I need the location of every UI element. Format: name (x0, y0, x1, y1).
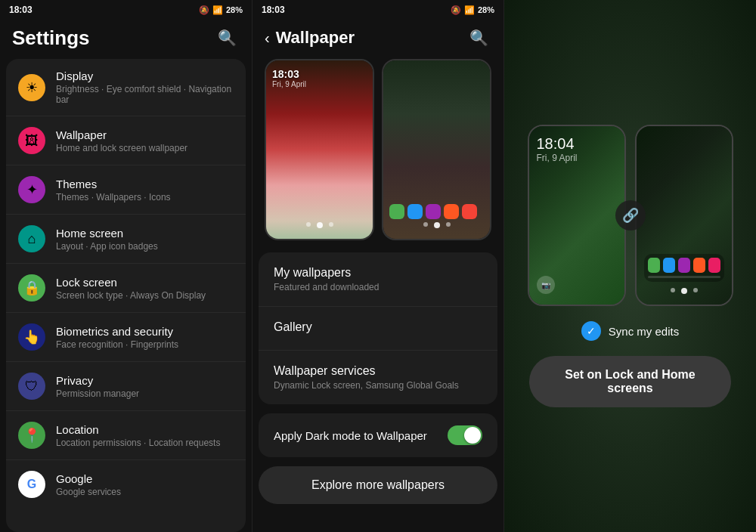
lock-screen-preview[interactable]: 18:03 Fri, 9 April (265, 59, 374, 240)
privacy-icon: 🛡 (18, 373, 45, 400)
dark-mode-toggle[interactable] (448, 425, 482, 445)
settings-header: Settings 🔍 (0, 20, 252, 59)
mute-icon-2: 🔕 (451, 5, 461, 15)
wallpaper-services-option[interactable]: Wallpaper services Dynamic Lock screen, … (259, 351, 497, 404)
wallpaper-label: Wallpaper (56, 128, 234, 141)
large-preview-time-container: 18:04 Fri, 9 April (537, 135, 617, 163)
leaves-bg-lock: 18:04 Fri, 9 April 📷 (529, 126, 624, 305)
wifi-icon: 📶 (212, 5, 223, 15)
settings-panel: 18:03 🔕 📶 28% Settings 🔍 ☀ Display Brigh… (0, 0, 252, 532)
display-text: Display Brightness · Eye comfort shield … (56, 70, 234, 105)
status-time-2: 18:03 (262, 5, 285, 15)
settings-search-button[interactable]: 🔍 (215, 26, 240, 50)
wallpaper-sub: Home and lock screen wallpaper (56, 143, 234, 153)
settings-item-biometrics[interactable]: 👆 Biometrics and security Face recogniti… (6, 313, 246, 362)
app-icon-3 (426, 204, 441, 219)
display-label: Display (56, 70, 234, 82)
wifi-icon-2: 📶 (464, 5, 475, 15)
dark-mode-toggle-row: Apply Dark mode to Wallpaper (259, 413, 497, 457)
wallpaper-services-sub: Dynamic Lock screen, Samsung Global Goal… (274, 380, 482, 391)
settings-item-lock[interactable]: 🔒 Lock screen Screen lock type · Always … (6, 264, 246, 313)
lock-sub: Screen lock type · Always On Display (56, 290, 234, 301)
biometrics-label: Biometrics and security (56, 325, 234, 338)
wallpaper-services-title: Wallpaper services (274, 364, 482, 378)
my-wallpapers-title: My wallpapers (274, 266, 482, 280)
google-icon: G (18, 471, 45, 498)
wallpaper-title: Wallpaper (276, 28, 355, 48)
home-app-2 (663, 258, 675, 273)
mute-icon: 🔕 (199, 5, 209, 15)
home-preview-nav (644, 285, 724, 297)
settings-item-home[interactable]: ⌂ Home screen Layout · App icon badges (6, 215, 246, 264)
biometrics-icon: 👆 (18, 323, 45, 351)
explore-wallpapers-button[interactable]: Explore more wallpapers (259, 466, 497, 504)
large-preview-bottom: 📷 (537, 276, 617, 297)
status-time-1: 18:03 (9, 5, 33, 15)
wallpaper-back-button[interactable]: ‹ (265, 29, 270, 47)
app-icon-1 (389, 204, 404, 219)
biometrics-text: Biometrics and security Face recognition… (56, 325, 234, 350)
wallpaper-header: ‹ Wallpaper 🔍 (253, 20, 503, 59)
wallpaper-search-button[interactable]: 🔍 (466, 26, 491, 50)
large-preview-time: 18:04 (537, 135, 617, 153)
location-icon: 📍 (18, 422, 45, 449)
settings-item-display[interactable]: ☀ Display Brightness · Eye comfort shiel… (6, 59, 246, 116)
wallpaper-previews: 18:03 Fri, 9 April (253, 59, 503, 252)
themes-text: Themes Themes · Wallpapers · Icons (56, 178, 234, 203)
home-nav-recents (693, 288, 698, 292)
wallpaper-header-left: ‹ Wallpaper (265, 28, 355, 48)
wallpaper-panel: 18:03 🔕 📶 28% ‹ Wallpaper 🔍 18:03 Fri, 9… (252, 0, 504, 532)
display-icon: ☀ (18, 74, 45, 101)
privacy-text: Privacy Permission manager (56, 374, 234, 399)
status-bar-wallpaper: 18:03 🔕 📶 28% (253, 0, 503, 20)
lock-screen-large-preview[interactable]: 18:04 Fri, 9 April 📷 (528, 125, 626, 306)
location-sub: Location permissions · Location requests (56, 438, 234, 448)
my-wallpapers-option[interactable]: My wallpapers Featured and downloaded (259, 252, 497, 307)
floral-bg-2 (383, 60, 490, 239)
home-nav-back (671, 288, 675, 292)
settings-item-google[interactable]: G Google Google services (6, 460, 246, 509)
themes-sub: Themes · Wallpapers · Icons (56, 192, 234, 203)
home-nav-home (681, 288, 687, 294)
preview-bottom-1 (272, 219, 367, 231)
home-text: Home screen Layout · App icon badges (56, 227, 234, 252)
settings-item-themes[interactable]: ✦ Themes Themes · Wallpapers · Icons (6, 165, 246, 215)
nav-dot-back (306, 222, 311, 227)
lock-label: Lock screen (56, 276, 234, 289)
settings-list: ☀ Display Brightness · Eye comfort shiel… (6, 59, 246, 532)
app-icon-2 (407, 204, 423, 219)
app-icon-5 (462, 204, 477, 219)
preview-time-1: 18:03 Fri, 9 April (272, 68, 367, 88)
nav-dot-2-home (434, 222, 440, 228)
settings-item-location[interactable]: 📍 Location Location permissions · Locati… (6, 411, 246, 460)
nav-dot-2-recents (446, 222, 451, 227)
toggle-knob (464, 427, 481, 444)
privacy-label: Privacy (56, 374, 234, 387)
battery-2: 28% (478, 5, 494, 14)
display-sub: Brightness · Eye comfort shield · Naviga… (56, 84, 234, 105)
google-sub: Google services (56, 487, 234, 497)
status-bar-settings: 18:03 🔕 📶 28% (0, 0, 252, 20)
privacy-sub: Permission manager (56, 388, 234, 399)
nav-dot-home (317, 222, 323, 228)
settings-item-privacy[interactable]: 🛡 Privacy Permission manager (6, 362, 246, 411)
sync-label: Sync my edits (609, 325, 679, 338)
sync-row: ✓ Sync my edits (581, 321, 679, 341)
preview-bottom-2 (389, 204, 484, 231)
preview-phones-container: 18:04 Fri, 9 April 📷 🔗 (528, 125, 733, 306)
floral-bg-1: 18:03 Fri, 9 April (266, 60, 373, 239)
preview-panel: 18:04 Fri, 9 April 📷 🔗 (504, 0, 756, 532)
gallery-option[interactable]: Gallery (259, 307, 497, 351)
location-label: Location (56, 423, 234, 436)
home-screen-large-preview[interactable] (635, 125, 733, 306)
home-search-bar (648, 276, 720, 278)
location-text: Location Location permissions · Location… (56, 423, 234, 448)
settings-title: Settings (12, 26, 90, 50)
settings-item-wallpaper[interactable]: 🖼 Wallpaper Home and lock screen wallpap… (6, 116, 246, 165)
set-wallpaper-button[interactable]: Set on Lock and Home screens (529, 356, 730, 407)
app-icon-4 (444, 204, 459, 219)
google-label: Google (56, 472, 234, 485)
lock-text: Lock screen Screen lock type · Always On… (56, 276, 234, 301)
home-screen-preview[interactable] (382, 59, 491, 240)
camera-btn: 📷 (537, 276, 555, 294)
